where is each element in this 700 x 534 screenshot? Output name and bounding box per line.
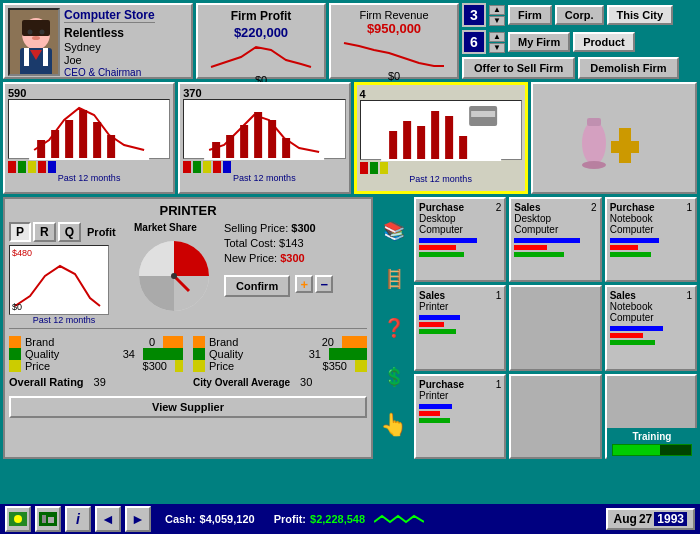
grid-card-sales-printer[interactable]: Sales 1 Printer (414, 285, 506, 370)
arrow-up[interactable]: ▲ (489, 5, 505, 15)
svg-rect-16 (79, 110, 87, 158)
stat-price-label: Price (25, 360, 50, 372)
svg-rect-17 (93, 122, 101, 158)
pointer-icon[interactable]: 👆 (379, 410, 409, 440)
price-info: Selling Price: $300 Total Cost: $143 New… (224, 222, 333, 297)
svg-rect-27 (389, 131, 397, 159)
desktop-num: 590 (8, 87, 170, 99)
product-card-printer[interactable]: 4 Past 12 months (354, 82, 528, 194)
grid-card-empty-1 (509, 285, 601, 370)
desktop-chart (8, 99, 170, 159)
gc-sub: Printer (419, 301, 501, 312)
person-name: Relentless (64, 26, 155, 40)
top-right-row: 3 ▲ ▼ Firm Corp. This City (462, 3, 697, 27)
profit-low: $0 (12, 302, 22, 312)
nav-icon-back[interactable]: ◄ (95, 506, 121, 532)
new-price-row: New Price: $300 (224, 252, 333, 264)
svg-point-3 (28, 30, 33, 35)
minus-btn[interactable]: − (315, 275, 333, 293)
books-icon[interactable]: 📚 (379, 216, 409, 246)
svg-rect-15 (65, 120, 73, 158)
date-day: 27 (639, 512, 652, 526)
stat-quality-left: Quality 34 (9, 348, 183, 360)
firm-revenue-value: $950,000 (339, 21, 449, 36)
svg-rect-19 (204, 100, 324, 160)
nav-icon-2[interactable] (35, 506, 61, 532)
svg-rect-25 (282, 138, 290, 158)
nav-icon-1[interactable] (5, 506, 31, 532)
stats-grid: Brand 0 Quality 34 Price $300 O (9, 336, 367, 388)
stat-brand-left-label: Brand (25, 336, 54, 348)
tab-corp[interactable]: Corp. (555, 5, 604, 25)
selling-price: $300 (291, 222, 315, 234)
nav-icon-info[interactable]: i (65, 506, 91, 532)
gc-label: Purchase (419, 202, 464, 213)
printer-num: 4 (360, 88, 522, 100)
chart-area: P R Q Profit $480 $0 Past 12 months Mark… (9, 222, 367, 325)
grid-card-sales-desktop[interactable]: Sales 2 DesktopComputer (509, 197, 601, 282)
tab-firm[interactable]: Firm (508, 5, 552, 25)
ladder-icon[interactable]: 🪜 (379, 264, 409, 294)
question-icon[interactable]: ❓ (379, 313, 409, 343)
svg-rect-29 (417, 126, 425, 159)
overall-rating-row: Overall Rating 39 (9, 376, 183, 388)
arrow-up-2[interactable]: ▲ (489, 32, 505, 42)
grid-card-purchase-printer[interactable]: Purchase 1 Printer (414, 374, 506, 459)
btn-p[interactable]: P (9, 222, 31, 242)
grid-card-sales-notebook[interactable]: Sales 1 NotebookComputer (605, 285, 697, 370)
stat-price-left: Price $300 (9, 360, 183, 372)
company-name: Computer Store (64, 8, 155, 23)
printer-chart (360, 100, 522, 160)
plus-minus: + − (295, 275, 333, 293)
top-arrows: ▲ ▼ (489, 5, 505, 26)
overall-rating-label: Overall Rating (9, 376, 84, 388)
gc-sub: Printer (419, 390, 501, 401)
tab-my-firm[interactable]: My Firm (508, 32, 570, 52)
training-fill (613, 445, 660, 455)
offer-sell-btn[interactable]: Offer to Sell Firm (462, 57, 575, 79)
gc-label: Purchase (610, 202, 655, 213)
action-row: Offer to Sell Firm Demolish Firm (462, 57, 697, 79)
svg-rect-12 (29, 100, 149, 160)
gc-label: Sales (610, 290, 636, 301)
market-share-title: Market Share (134, 222, 214, 233)
demolish-btn[interactable]: Demolish Firm (578, 57, 678, 79)
top-number: 3 (462, 3, 486, 27)
firm-revenue-title: Firm Revenue (339, 9, 449, 21)
arrow-down-2[interactable]: ▼ (489, 43, 505, 53)
gc-num: 2 (496, 202, 502, 213)
plus-btn[interactable]: + (295, 275, 313, 293)
dollar-icon[interactable]: 💲 (379, 362, 409, 392)
training-label: Training (610, 431, 694, 442)
product-card-notebook[interactable]: 370 Past 12 months (178, 82, 350, 194)
tab-this-city[interactable]: This City (607, 5, 673, 25)
left-panel: PRINTER P R Q Profit $480 $0 Past 12 mon… (3, 197, 373, 459)
stat-quality-right-val: 31 (309, 348, 321, 360)
svg-rect-21 (226, 135, 234, 158)
view-supplier-btn[interactable]: View Supplier (9, 396, 367, 418)
bottom-arrows: ▲ ▼ (489, 32, 505, 53)
grid-card-empty-2 (509, 374, 601, 459)
grid-card-purchase-notebook[interactable]: Purchase 1 NotebookComputer (605, 197, 697, 282)
panel-title: PRINTER (9, 203, 367, 218)
svg-point-44 (14, 515, 22, 523)
btn-r[interactable]: R (33, 222, 56, 242)
bottom-nav-bar: i ◄ ► Cash: $4,059,120 Profit: $2,228,54… (0, 504, 700, 534)
gc-sub: NotebookComputer (610, 301, 692, 323)
svg-rect-24 (268, 120, 276, 158)
profit-value: $2,228,548 (310, 513, 365, 525)
gc-num: 2 (591, 202, 597, 213)
confirm-btn[interactable]: Confirm (224, 275, 290, 297)
bottom-right-row: 6 ▲ ▼ My Firm Product (462, 30, 697, 54)
nav-icon-forward[interactable]: ► (125, 506, 151, 532)
top-bar: Computer Store Relentless Sydney Joe CEO… (0, 0, 700, 82)
arrow-down[interactable]: ▼ (489, 16, 505, 26)
stat-brand-right-val: 20 (322, 336, 334, 348)
tab-product[interactable]: Product (573, 32, 635, 52)
product-card-desktop[interactable]: 590 Past 12 months (3, 82, 175, 194)
firm-profit-title: Firm Profit (206, 9, 316, 23)
new-price: $300 (280, 252, 304, 264)
grid-card-purchase-desktop-2[interactable]: Purchase 2 DesktopComputer (414, 197, 506, 282)
btn-q[interactable]: Q (58, 222, 81, 242)
cash-label: Cash: (165, 513, 196, 525)
